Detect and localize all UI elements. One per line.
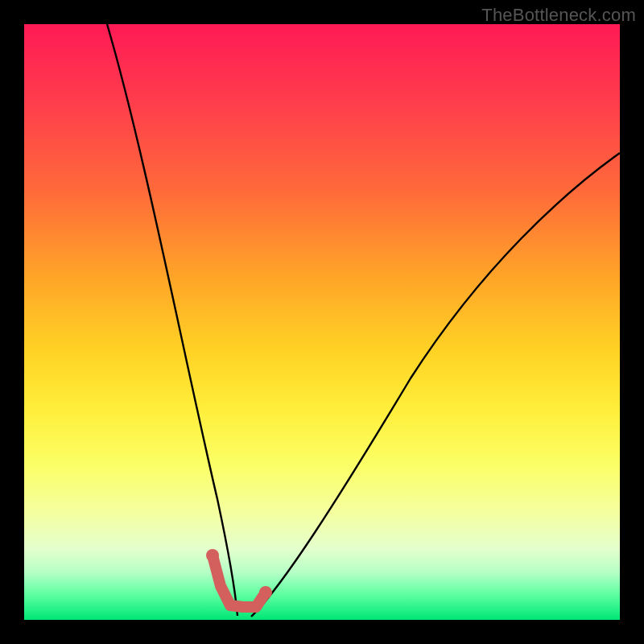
valley-marker <box>213 555 266 607</box>
curve-left <box>107 24 237 616</box>
plot-area <box>24 24 620 620</box>
curve-right <box>251 153 620 617</box>
watermark-text: TheBottleneck.com <box>481 5 636 26</box>
chart-frame: TheBottleneck.com <box>0 0 644 644</box>
valley-marker-dot-2 <box>259 586 272 599</box>
valley-marker-dot-1 <box>206 549 219 562</box>
curve-layer <box>24 24 620 620</box>
